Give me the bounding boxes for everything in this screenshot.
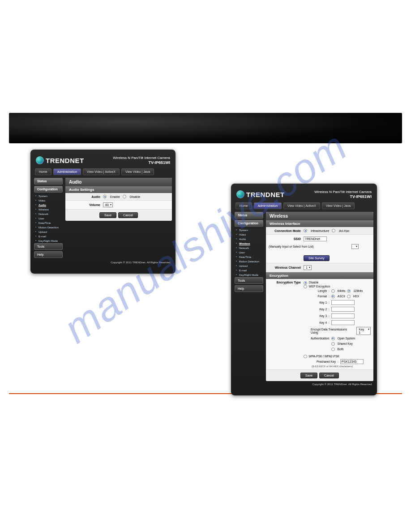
fmt-ascii-radio[interactable] <box>331 295 335 298</box>
len-128-radio[interactable] <box>347 289 351 293</box>
infra-radio[interactable] <box>304 229 307 232</box>
channel-label: Wireless Channel <box>269 266 301 269</box>
ssid-list-select[interactable] <box>351 244 359 249</box>
panel-header-right: TRENDNET Wireless N Pan/Tilt Internet Ca… <box>231 187 377 201</box>
nav-view-activex[interactable]: View Video | ActiveX <box>83 168 120 175</box>
sidebar-item-system[interactable]: System <box>235 228 263 232</box>
fmt-ascii-text: ASCII <box>338 295 345 298</box>
sidebar-item-upload[interactable]: Upload <box>235 264 263 268</box>
sidebar-item-network[interactable]: Network <box>34 212 63 216</box>
key1-label: Key 1 <box>311 301 327 304</box>
save-button[interactable]: Save <box>300 373 317 378</box>
audio-disable-text: Disable <box>130 195 140 198</box>
nav-view-java[interactable]: View Video | Java <box>121 168 154 175</box>
panel-header: TRENDNET Wireless N Pan/Tilt Internet Ca… <box>30 153 176 167</box>
auth-label: Authentication <box>311 337 327 340</box>
key3-input[interactable] <box>331 313 355 318</box>
logo-icon <box>236 190 244 198</box>
len-64-radio[interactable] <box>331 289 335 293</box>
key1-input[interactable] <box>331 300 355 305</box>
sidebar-item-network[interactable]: Network <box>235 246 263 250</box>
audio-main: Audio Audio Settings Audio Enable Disabl… <box>65 178 172 221</box>
site-survey-button[interactable]: Site Survey <box>304 255 330 261</box>
copyright-text: Copyright © 2011 TRENDnet. All Rights Re… <box>231 381 377 386</box>
sidebar-item-user[interactable]: User <box>34 216 63 221</box>
sidebar-tools[interactable]: Tools <box>235 277 263 284</box>
nav-view-java[interactable]: View Video | Java <box>322 202 355 209</box>
volume-select[interactable]: 80 <box>103 202 113 207</box>
nav-administration[interactable]: Administration <box>53 168 81 175</box>
sidebar-item-audio[interactable]: Audio <box>235 237 263 241</box>
len-128-text: 128bits <box>353 289 363 292</box>
audio-panel: TRENDNET Wireless N Pan/Tilt Internet Ca… <box>30 150 176 274</box>
sidebar-item-audio[interactable]: Audio <box>34 203 63 207</box>
sidebar-item-upload[interactable]: Upload <box>34 230 63 234</box>
sidebar-item-email[interactable]: E-mail <box>235 268 263 273</box>
enc-wpa-text: WPA-PSK / WPA2-PSK <box>309 355 339 358</box>
channel-select[interactable]: 1 <box>304 265 312 270</box>
audio-enable-text: Enable <box>110 195 120 198</box>
sidebar-item-datetime[interactable]: Date/Time <box>34 221 63 225</box>
sidebar-item-wireless[interactable]: Wireless <box>235 241 263 246</box>
sidebar-configuration[interactable]: Configuration <box>34 186 63 193</box>
key4-label: Key 4 <box>311 321 327 324</box>
header-subtitle-right: Wireless N Pan/Tilt Internet Camera TV-I… <box>314 190 372 199</box>
auth-both-radio[interactable] <box>331 348 335 351</box>
audio-title: Audio <box>65 178 172 186</box>
key4-input[interactable] <box>331 320 355 325</box>
sidebar-item-wireless[interactable]: Wireless <box>34 207 63 212</box>
model-number: TV-IP651WI <box>314 194 372 199</box>
fmt-hex-radio[interactable] <box>347 295 351 298</box>
audio-enable-radio[interactable] <box>103 195 107 198</box>
header-subtitle: Wireless N Pan/Tilt Internet Camera TV-I… <box>113 156 170 165</box>
product-line: Wireless N Pan/Tilt Internet Camera <box>113 156 170 160</box>
auth-both-text: Both <box>338 348 343 351</box>
sidebar-tools[interactable]: Tools <box>34 243 63 250</box>
psk-input[interactable]: PSK12345 <box>340 359 364 364</box>
sidebar-item-video[interactable]: Video <box>34 198 63 203</box>
length-label: Length <box>311 289 327 292</box>
nav-home[interactable]: Home <box>235 202 252 209</box>
sidebar-status[interactable]: Status <box>34 178 63 184</box>
nav-administration[interactable]: Administration <box>254 202 282 209</box>
cancel-button[interactable]: Cancel <box>118 212 138 218</box>
sidebar-item-motion[interactable]: Motion Detection <box>34 225 63 230</box>
auth-shared-radio[interactable] <box>331 342 335 346</box>
enc-disable-radio[interactable] <box>304 281 307 285</box>
auth-open-text: Open System <box>338 337 355 340</box>
fmt-hex-text: HEX <box>353 295 359 298</box>
sidebar-item-system[interactable]: System <box>34 194 63 198</box>
sidebar-item-user[interactable]: User <box>235 250 263 255</box>
sidebar-help[interactable]: Help <box>34 251 63 258</box>
nav-home[interactable]: Home <box>35 168 51 175</box>
ssid-input[interactable]: TRENDnet <box>304 236 327 241</box>
auth-open-radio[interactable] <box>331 337 335 340</box>
sidebar-item-email[interactable]: E-mail <box>34 234 63 239</box>
key2-input[interactable] <box>331 307 355 312</box>
save-button[interactable]: Save <box>99 212 116 218</box>
sidebar-item-datetime[interactable]: Date/Time <box>235 255 263 259</box>
ssid-label: SSID <box>269 237 301 240</box>
adhoc-text: Ad-Hoc <box>339 229 349 232</box>
psk-label: Preshared Key <box>311 360 336 363</box>
nav-view-activex[interactable]: View Video | ActiveX <box>283 202 320 209</box>
enc-wpa-radio[interactable] <box>304 355 307 358</box>
wireless-panel: TRENDNET Wireless N Pan/Tilt Internet Ca… <box>231 184 377 395</box>
sidebar-item-daynight[interactable]: Day/Night Mode <box>235 273 263 277</box>
cancel-button[interactable]: Cancel <box>319 373 339 378</box>
enc-wep-radio[interactable] <box>304 285 307 288</box>
adhoc-radio[interactable] <box>332 229 335 232</box>
sidebar-status[interactable]: Status <box>235 212 263 219</box>
enc-using-select[interactable]: Key 1 <box>356 327 371 335</box>
sidebar-item-video[interactable]: Video <box>235 232 263 237</box>
top-nav: Home Administration View Video | ActiveX… <box>30 167 176 178</box>
audio-disable-radio[interactable] <box>123 195 126 198</box>
auth-shared-text: Shared Key <box>338 342 353 345</box>
sidebar-item-motion[interactable]: Motion Detection <box>235 259 263 264</box>
sidebar-item-daynight[interactable]: Day/Night Mode <box>34 239 63 243</box>
sidebar-help[interactable]: Help <box>235 285 263 292</box>
banner-strip <box>9 113 402 143</box>
brand-logo-right: TRENDNET <box>236 190 285 198</box>
product-line: Wireless N Pan/Tilt Internet Camera <box>314 190 372 194</box>
sidebar-configuration[interactable]: Configuration <box>235 220 263 227</box>
